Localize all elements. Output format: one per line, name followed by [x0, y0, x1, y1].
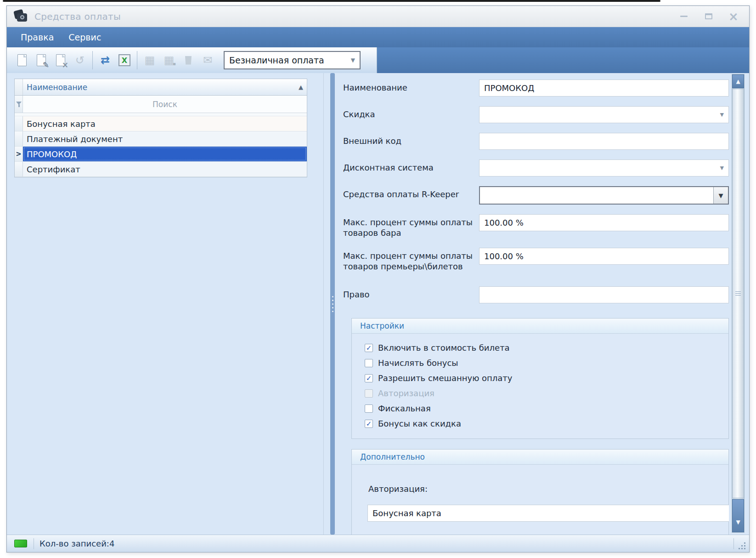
checkbox-icon: ✓: [365, 344, 373, 352]
checkbox-include-in-ticket-price[interactable]: ✓ Включить в стоимость билета: [365, 340, 719, 355]
settings-group-body: ✓ Включить в стоимость билета ✓ Начислят…: [352, 334, 728, 438]
refresh-button[interactable]: ⇄: [96, 51, 115, 70]
left-panel: Наименование ▲ Поиск > Бонусная карта: [7, 73, 324, 535]
field-label: Дисконтная система: [343, 159, 479, 177]
window-title: Средства оплаты: [34, 11, 121, 22]
toolbar-separator: [137, 51, 137, 69]
panel-splitter[interactable]: [330, 73, 335, 535]
edit-document-button[interactable]: ✎: [32, 51, 51, 70]
checkbox-allow-mixed-payment[interactable]: ✓ Разрешить смешанную оплату: [365, 370, 719, 386]
scroll-up-button[interactable]: ▲: [732, 74, 744, 88]
close-button[interactable]: ×: [728, 12, 739, 21]
maximize-button[interactable]: [703, 12, 714, 21]
export-excel-icon: X: [118, 54, 130, 66]
discount-system-dropdown[interactable]: ▼: [479, 159, 729, 177]
scroll-down-button[interactable]: ▼: [732, 499, 744, 532]
checkbox-bonuses-as-discount[interactable]: ✓ Бонусы как скидка: [365, 416, 719, 431]
resize-grip[interactable]: [733, 538, 749, 549]
form-row-max-tickets: Макс. процент суммы оплаты товаров премь…: [343, 248, 729, 272]
checkbox-fiscal[interactable]: ✓ Фискальная: [365, 401, 719, 416]
table-row[interactable]: > Сертификат: [15, 162, 307, 177]
table-header-row: Наименование ▲: [15, 79, 307, 96]
name-input[interactable]: ПРОМОКОД: [479, 80, 729, 97]
mail-button[interactable]: ✉: [198, 51, 217, 70]
row-gutter-cell: >: [15, 147, 23, 161]
search-input[interactable]: Поиск: [23, 96, 307, 113]
combo-dropdown-button[interactable]: ▼: [713, 187, 728, 204]
payment-methods-table: Наименование ▲ Поиск > Бонусная карта: [14, 79, 307, 177]
authorization-dropdown[interactable]: Бонусная карта ▼: [367, 505, 729, 522]
undo-button[interactable]: ↺: [70, 51, 90, 70]
form-row-rkeeper: Средства оплаты R-Keeper ▼: [343, 186, 729, 205]
form-row-external-code: Внешний код: [343, 133, 729, 150]
statusbar: Кол-во записей:4: [7, 535, 749, 552]
table-row[interactable]: > Платежный документ: [15, 131, 307, 147]
main-area: Наименование ▲ Поиск > Бонусная карта: [7, 73, 749, 535]
checkbox-label: Авторизация: [378, 388, 434, 398]
undo-icon: ↺: [75, 55, 85, 66]
chevron-down-icon: ▼: [720, 165, 724, 171]
new-document-button[interactable]: [12, 51, 32, 70]
scrollbar-thumb[interactable]: [732, 89, 744, 498]
mail-icon: ✉: [203, 55, 212, 66]
additional-group-title: Дополнительно: [352, 450, 728, 465]
field-label: Средства оплаты R-Keeper: [343, 186, 479, 205]
checkbox-icon: ✓: [365, 389, 373, 398]
field-label: Внешний код: [343, 133, 479, 150]
settings-group: Настройки ✓ Включить в стоимость билета …: [351, 318, 729, 439]
authorization-value: Бонусная карта: [372, 508, 441, 518]
table-row[interactable]: > Бонусная карта: [15, 116, 307, 131]
authorization-label: Авторизация:: [368, 484, 728, 494]
trash-icon: [185, 56, 192, 65]
checkbox-icon: ✓: [365, 359, 373, 367]
status-green-indicator-icon: [14, 540, 27, 547]
table-row[interactable]: > ПРОМОКОД: [15, 147, 307, 162]
field-label: Макс. процент суммы оплаты товаров бара: [343, 214, 479, 238]
form-row-discount-system: Дисконтная система ▼: [343, 159, 729, 177]
arrow-up-icon: ▲: [736, 78, 740, 85]
checkbox-authorization: ✓ Авторизация: [365, 386, 719, 401]
checkbox-label: Включить в стоимость билета: [378, 343, 510, 353]
max-bar-percent-value: 100.00 %: [484, 218, 524, 228]
payment-type-combobox[interactable]: Безналичная оплата ▼: [224, 51, 361, 69]
checkbox-accrue-bonuses[interactable]: ✓ Начислять бонусы: [365, 355, 719, 370]
delete-document-button[interactable]: ×: [51, 51, 70, 70]
menubar: Правка Сервис: [7, 27, 749, 47]
titlebar: Средства оплаты ×: [7, 6, 749, 27]
external-code-input[interactable]: [479, 133, 729, 150]
row-label: Платежный документ: [23, 131, 307, 146]
app-icon: [13, 10, 29, 23]
form-row-discount: Скидка ▼: [343, 106, 729, 123]
chevron-down-icon: ▼: [719, 192, 723, 199]
right-input[interactable]: [479, 286, 729, 303]
toolbar-strip: ✎ × ↺ ⇄ X ▦ ▦▪ ✉ Безналичная оплата ▼: [7, 47, 377, 73]
export-excel-button[interactable]: X: [115, 51, 134, 70]
column-header-name[interactable]: Наименование ▲: [23, 79, 307, 95]
chevron-down-icon: ▼: [351, 57, 355, 63]
grid-icon: ▦: [145, 55, 155, 66]
max-tickets-percent-input[interactable]: 100.00 %: [479, 248, 729, 265]
settings-group-title: Настройки: [352, 319, 728, 334]
minimize-button[interactable]: [678, 12, 689, 21]
row-marker-icon: >: [16, 150, 22, 158]
menu-item-edit[interactable]: Правка: [13, 29, 61, 45]
toolbar: ✎ × ↺ ⇄ X ▦ ▦▪ ✉ Безналичная оплата ▼: [7, 47, 749, 73]
grid-button[interactable]: ▦: [140, 51, 159, 70]
field-label: Право: [343, 286, 479, 303]
rkeeper-value: [480, 187, 713, 204]
rkeeper-combobox[interactable]: ▼: [479, 186, 729, 205]
field-label: Наименование: [343, 80, 479, 97]
filter-gutter-cell: [15, 96, 23, 113]
vertical-scrollbar[interactable]: ▲ ▼: [732, 74, 745, 533]
grid-export-arrow-icon: ▪: [173, 61, 176, 66]
discount-dropdown[interactable]: ▼: [479, 106, 729, 123]
sort-asc-icon: ▲: [299, 84, 303, 91]
max-bar-percent-input[interactable]: 100.00 %: [479, 214, 729, 231]
record-count: Кол-во записей:4: [39, 539, 114, 548]
trash-button[interactable]: [179, 51, 198, 70]
checkbox-icon: ✓: [365, 374, 373, 382]
filter-row: Поиск: [15, 96, 307, 113]
payment-type-value: Безналичная оплата: [229, 55, 351, 65]
grid-export-button[interactable]: ▦▪: [159, 51, 179, 70]
menu-item-service[interactable]: Сервис: [61, 29, 108, 45]
